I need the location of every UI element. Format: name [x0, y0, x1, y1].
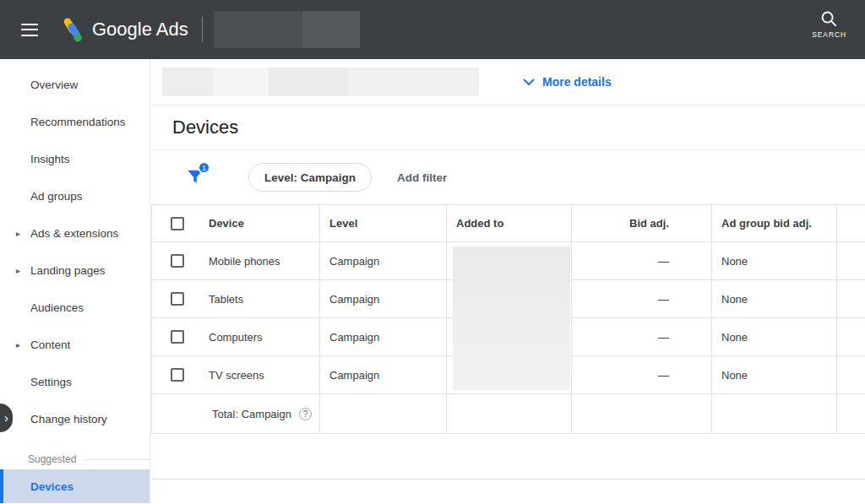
cutoff-cell: [837, 318, 865, 356]
ad-group-bid-adj-cell[interactable]: None: [712, 280, 837, 318]
device-name: Computers: [209, 331, 263, 344]
redacted-block: [348, 68, 479, 96]
ad-group-bid-adj-cell[interactable]: None: [712, 356, 837, 394]
redacted-block: [269, 68, 348, 96]
search-button[interactable]: SEARCH: [812, 10, 846, 39]
row-checkbox[interactable]: [171, 368, 184, 382]
table-total-row: Total: Campaign ?: [152, 394, 865, 434]
page-title: Devices: [172, 117, 238, 138]
column-header-cutoff: [837, 205, 865, 242]
sidebar-item-label: Content: [30, 339, 70, 351]
column-header-device[interactable]: Device: [152, 205, 320, 242]
topbar-divider: [202, 17, 203, 42]
sidebar-item-recommendations[interactable]: Recommendations: [0, 103, 150, 140]
main-content: More details Devices 1 Level: Campaign A…: [151, 59, 865, 504]
sidebar-item-audiences[interactable]: Audiences: [0, 289, 150, 326]
expand-arrow-icon: ▸: [16, 340, 20, 350]
sidebar-item-label: Recommendations: [30, 116, 126, 128]
select-all-checkbox[interactable]: [171, 217, 184, 230]
total-label: Total: Campaign: [212, 408, 291, 420]
sidebar-item-label: Insights: [30, 153, 70, 165]
redacted-block: [162, 68, 213, 96]
search-label: SEARCH: [812, 30, 846, 39]
cutoff-cell: [837, 280, 865, 318]
google-ads-logo-icon: [57, 16, 84, 43]
row-checkbox[interactable]: [171, 254, 184, 268]
sidebar-item-landing-pages[interactable]: ▸ Landing pages: [0, 252, 150, 289]
chevron-down-icon: [523, 79, 535, 86]
menu-icon[interactable]: [21, 19, 38, 40]
sidebar-item-content[interactable]: ▸ Content: [0, 326, 150, 363]
level-cell: Campaign: [320, 318, 447, 356]
topbar: Google Ads SEARCH: [0, 0, 865, 59]
sidebar-item-label: Ad groups: [30, 190, 83, 203]
bid-adj-cell[interactable]: —: [572, 356, 712, 394]
cutoff-cell: [837, 356, 865, 394]
column-header-level[interactable]: Level: [320, 205, 447, 242]
title-section: Devices: [151, 106, 865, 150]
redacted-block: [453, 247, 570, 390]
left-navigation: Overview Recommendations Insights Ad gro…: [0, 59, 150, 504]
table-header-row: Device Level Added to Bid adj. Ad group …: [152, 205, 865, 242]
sidebar-item-settings[interactable]: Settings: [0, 363, 150, 400]
summary-strip: More details: [151, 59, 865, 106]
level-cell: Campaign: [320, 356, 447, 394]
ad-group-bid-adj-cell[interactable]: None: [712, 318, 837, 356]
search-icon: [820, 10, 838, 28]
level-cell: Campaign: [320, 280, 447, 318]
sidebar-item-ad-groups[interactable]: Ad groups: [0, 177, 150, 214]
suggested-section-header: Suggested: [0, 449, 150, 469]
level-cell: Campaign: [320, 242, 447, 280]
sidebar-item-label: Landing pages: [30, 264, 106, 277]
sidebar-item-overview[interactable]: Overview: [0, 66, 150, 103]
sidebar-item-label: Settings: [30, 376, 72, 388]
redacted-block: [214, 11, 302, 48]
devices-table: Device Level Added to Bid adj. Ad group …: [151, 204, 865, 434]
device-name: TV screens: [209, 369, 264, 382]
sidebar-item-label: Overview: [30, 79, 78, 91]
sidebar-item-label: Ads & extensions: [30, 227, 118, 240]
divider: [84, 459, 150, 460]
sidebar-item-label: Devices: [30, 480, 73, 493]
row-checkbox[interactable]: [171, 292, 184, 306]
sidebar-item-insights[interactable]: Insights: [0, 140, 150, 177]
sidebar-item-ads-extensions[interactable]: ▸ Ads & extensions: [0, 214, 150, 252]
expand-arrow-icon: ▸: [16, 266, 20, 275]
more-details-link[interactable]: More details: [523, 75, 612, 89]
row-checkbox[interactable]: [171, 330, 184, 344]
bid-adj-cell[interactable]: —: [572, 242, 712, 280]
filter-chip-level-campaign[interactable]: Level: Campaign: [248, 163, 372, 192]
sidebar-item-devices[interactable]: Devices: [0, 469, 150, 503]
add-filter-button[interactable]: Add filter: [397, 171, 447, 184]
app-title: Google Ads: [92, 19, 188, 41]
filter-button[interactable]: 1: [186, 167, 204, 187]
cutoff-cell: [837, 242, 865, 280]
google-ads-logo: Google Ads: [57, 16, 188, 43]
device-name: Tablets: [209, 293, 243, 306]
filter-count-badge: 1: [198, 161, 210, 174]
column-header-bid-adj[interactable]: Bid adj.: [572, 205, 712, 242]
help-icon[interactable]: ?: [299, 408, 312, 420]
bid-adj-cell[interactable]: —: [572, 318, 712, 356]
ad-group-bid-adj-cell[interactable]: None: [712, 242, 837, 280]
suggested-label: Suggested: [28, 453, 76, 465]
filter-row: 1 Level: Campaign Add filter: [151, 150, 865, 204]
chevron-right-icon: ›: [4, 410, 8, 425]
filter-chip-label: Level: Campaign: [264, 171, 356, 184]
redacted-block: [302, 11, 360, 48]
column-header-added-to[interactable]: Added to: [447, 205, 572, 242]
content-bottom-divider: [151, 434, 865, 480]
redacted-block: [213, 68, 269, 96]
more-details-label: More details: [542, 75, 612, 89]
sidebar-item-label: Audiences: [30, 301, 84, 314]
device-name: Mobile phones: [209, 255, 280, 268]
sidebar-item-change-history[interactable]: Change history: [0, 400, 150, 437]
bid-adj-cell[interactable]: —: [572, 280, 712, 318]
expand-arrow-icon: ▸: [16, 229, 20, 238]
sidebar-item-label: Change history: [30, 413, 107, 425]
column-header-ad-group-bid-adj[interactable]: Ad group bid adj.: [712, 205, 837, 242]
